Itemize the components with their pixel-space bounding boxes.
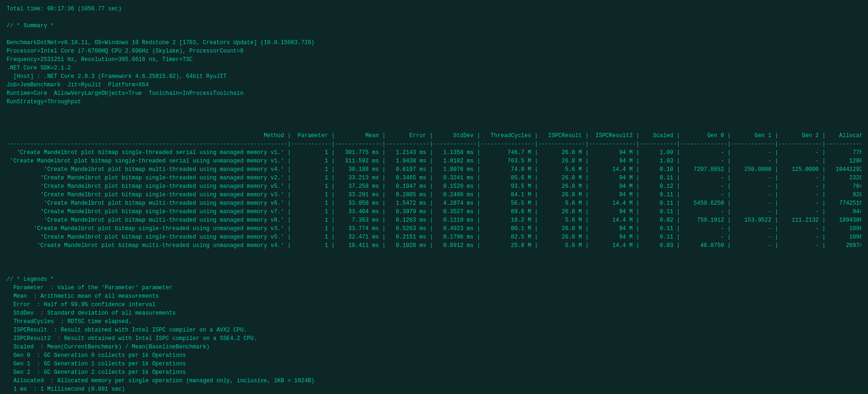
legend-item: Scaled : Mean(CurrentBenchmark) / Mean(B… xyxy=(7,343,861,351)
legend-item: ISPCResult : Result obtained with Intel … xyxy=(7,326,861,334)
legend-item: Gen 2 : GC Generation 2 collects per 1k … xyxy=(7,368,861,377)
legends-items: Parameter : Value of the 'Parameter' par… xyxy=(7,284,861,394)
sys-line-3: .NET Core SDK=2.1.2 xyxy=(7,64,861,72)
total-time: Total time: 00:17:36 (1056.77 sec) xyxy=(7,5,861,13)
table-row: 'Create Mandelbrot plot bitmap single-th… xyxy=(7,157,861,165)
legend-item: Gen 1 : GC Generation 1 collects per 1k … xyxy=(7,360,861,368)
legend-item: StdDev : Standard deviation of all measu… xyxy=(7,309,861,317)
terminal-output: Total time: 00:17:36 (1056.77 sec) // * … xyxy=(7,5,861,394)
legend-item: ISPCResult2 : Result obtained with Intel… xyxy=(7,334,861,343)
table-row: 'Create Mandelbrot plot bitmap multi-thr… xyxy=(7,241,861,250)
summary-comment: // * Summary * xyxy=(7,22,861,30)
table-row: 'Create Mandelbrot plot bitmap single-th… xyxy=(7,148,861,157)
benchmark-table: Method | Parameter | Mean | Error | StdD… xyxy=(7,115,861,267)
table-row: 'Create Mandelbrot plot bitmap single-th… xyxy=(7,174,861,182)
table-row: 'Create Mandelbrot plot bitmap single-th… xyxy=(7,191,861,199)
legend-item: Mean : Arithmetic mean of all measuremen… xyxy=(7,292,861,301)
legends-section: // * Legends * Parameter : Value of the … xyxy=(7,275,861,394)
table-separator: ----------------------------------------… xyxy=(7,140,861,148)
legends-title: // * Legends * xyxy=(7,275,861,284)
legend-item: Allocated : Allocated memory per single … xyxy=(7,377,861,385)
job-line-2: Runtime=Core AllowVeryLargeObjects=True … xyxy=(7,89,861,98)
table-row: 'Create Mandelbrot plot bitmap multi-thr… xyxy=(7,216,861,224)
legend-item: ThreadCycles : RDTSC time elapsed. xyxy=(7,317,861,326)
legend-item: 1 ms : 1 Millisecond (0.001 sec) xyxy=(7,385,861,394)
legend-item: Gen 0 : GC Generation 0 collects per 1k … xyxy=(7,351,861,360)
job-info: Job=JemBenchmark Jit=RyuJit Platform=X64… xyxy=(7,81,861,106)
table-row: 'Create Mandelbrot plot bitmap multi-thr… xyxy=(7,199,861,208)
sys-line-2: Frequency=2531251 Hz, Resolution=395.061… xyxy=(7,55,861,64)
table-row: 'Create Mandelbrot plot bitmap single-th… xyxy=(7,182,861,191)
sys-line-1: Processor=Intel Core i7-6700HQ CPU 2.60G… xyxy=(7,47,861,55)
job-line-1: Job=JemBenchmark Jit=RyuJit Platform=X64 xyxy=(7,81,861,89)
job-line-3: RunStrategy=Throughput xyxy=(7,98,861,106)
table-row: 'Create Mandelbrot plot bitmap single-th… xyxy=(7,224,861,233)
table-row: 'Create Mandelbrot plot bitmap single-th… xyxy=(7,208,861,216)
sys-line-0: BenchmarkDotNet=v0.10.11, OS=Windows 10 … xyxy=(7,39,861,47)
table-row: 'Create Mandelbrot plot bitmap single-th… xyxy=(7,233,861,241)
legend-item: Parameter : Value of the 'Parameter' par… xyxy=(7,284,861,292)
legend-item: Error : Half of 99.9% confidence interva… xyxy=(7,301,861,309)
sys-line-4: [Host] : .NET Core 2.0.3 (Framework 4.6.… xyxy=(7,72,861,81)
system-info: BenchmarkDotNet=v0.10.11, OS=Windows 10 … xyxy=(7,39,861,81)
table-row: 'Create Mandelbrot plot bitmap multi-thr… xyxy=(7,165,861,174)
table-content: Method | Parameter | Mean | Error | StdD… xyxy=(7,131,861,250)
